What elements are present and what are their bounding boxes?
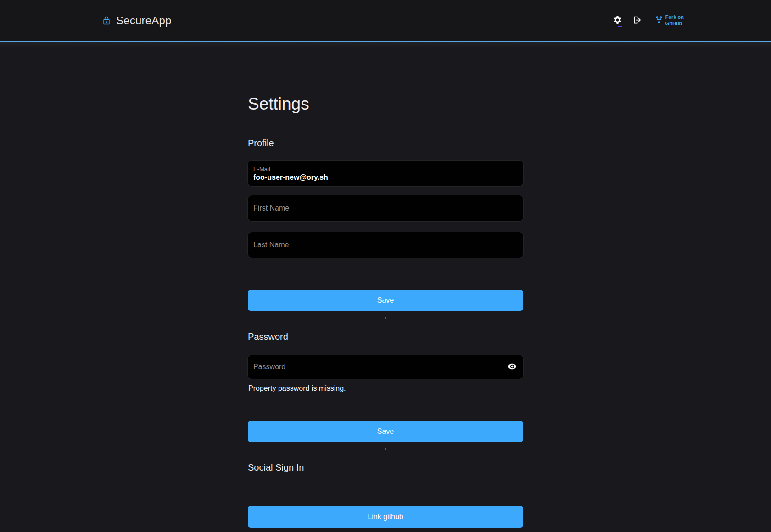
profile-section-heading: Profile [248, 138, 523, 149]
logout-icon [632, 15, 642, 26]
settings-button[interactable] [612, 15, 624, 27]
toggle-password-visibility-button[interactable] [505, 360, 520, 374]
first-name-input[interactable] [248, 195, 523, 221]
save-profile-button[interactable]: Save [248, 290, 523, 311]
social-section-heading: Social Sign In [248, 462, 523, 473]
top-navigation-bar: SecureApp [0, 0, 771, 42]
last-name-input[interactable] [248, 232, 523, 258]
email-input[interactable] [253, 173, 518, 182]
save-password-button[interactable]: Save [248, 421, 523, 442]
app-logo: SecureApp [102, 14, 172, 27]
git-fork-icon [655, 16, 663, 26]
email-field-label: E-Mail [253, 166, 518, 172]
password-error-message: Property password is missing. [248, 384, 523, 393]
logout-button[interactable] [631, 15, 643, 27]
header-glow-strip [0, 42, 771, 48]
divider-dot [385, 448, 386, 450]
password-section-heading: Password [248, 332, 523, 342]
link-github-button[interactable]: Link github [248, 506, 523, 528]
eye-icon [508, 362, 517, 372]
page-title: Settings [248, 94, 523, 114]
gear-icon [613, 15, 622, 26]
divider-dot [385, 317, 386, 319]
email-field[interactable]: E-Mail [248, 161, 523, 186]
lock-icon [102, 16, 111, 26]
app-title: SecureApp [116, 14, 172, 27]
fork-link-label: Fork on GitHub [665, 14, 684, 26]
settings-link-underline-accent [618, 26, 622, 27]
fork-on-github-link[interactable]: Fork on GitHub [655, 14, 684, 26]
password-input[interactable] [248, 355, 523, 379]
header-actions: Fork on GitHub [612, 14, 684, 26]
password-field [248, 355, 523, 379]
settings-content: Settings Profile E-Mail Save Password Pr… [248, 94, 523, 528]
